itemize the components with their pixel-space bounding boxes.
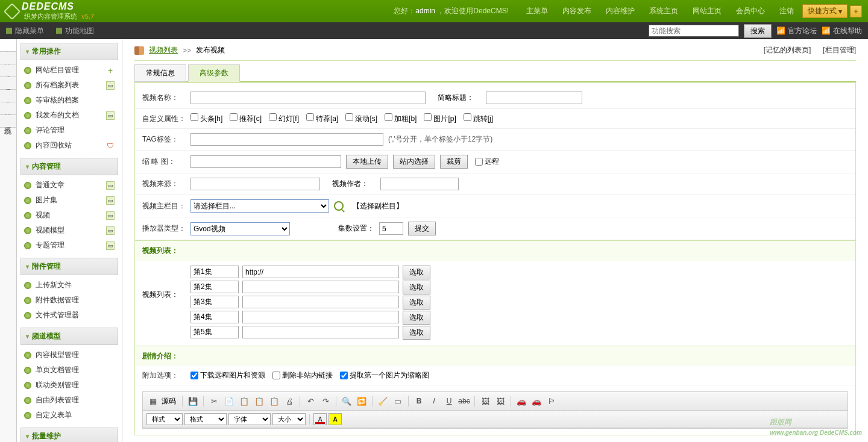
sidebar-item[interactable]: 所有档案列表▭: [20, 78, 118, 93]
episode-name-input[interactable]: [190, 296, 239, 308]
menu-group-title[interactable]: 附件管理: [20, 258, 118, 275]
sidebar-item[interactable]: 图片集▭: [20, 193, 118, 208]
function-search-input[interactable]: [649, 25, 739, 37]
vtab-module[interactable]: 模块: [0, 52, 16, 64]
bold-icon[interactable]: B: [412, 394, 426, 408]
vtab-generate[interactable]: 生成: [0, 64, 16, 77]
attr-checkbox[interactable]: [464, 113, 471, 121]
attr-checkbox[interactable]: [269, 113, 277, 121]
sidebar-item[interactable]: 上传新文件: [20, 278, 118, 293]
episode-url-input[interactable]: [242, 296, 399, 308]
sidebar-item[interactable]: 专题管理▭: [20, 238, 118, 253]
column-select[interactable]: 请选择栏目...: [190, 199, 329, 213]
nav-logout[interactable]: 注销: [773, 6, 800, 16]
select-episode-button[interactable]: 选取: [403, 266, 430, 279]
site-select-button[interactable]: 站内选择: [393, 155, 435, 169]
player-select[interactable]: Gvod视频: [190, 222, 290, 235]
thumb-input[interactable]: [190, 155, 341, 168]
menu-group-title[interactable]: 批量维护: [20, 428, 118, 442]
attr-checkbox[interactable]: [230, 113, 237, 121]
upload-local-button[interactable]: 本地上传: [346, 155, 388, 169]
select-episode-button[interactable]: 选取: [403, 311, 430, 325]
underline-icon[interactable]: U: [442, 394, 456, 408]
function-search-button[interactable]: 搜索: [744, 24, 772, 38]
format-select[interactable]: 格式: [184, 413, 227, 425]
remote-checkbox[interactable]: [475, 158, 483, 166]
column-manage-link[interactable]: [栏目管理]: [823, 45, 856, 55]
sidebar-item[interactable]: 附件数据管理: [20, 293, 118, 308]
replace-icon[interactable]: 🔁: [355, 394, 368, 408]
search-icon[interactable]: [334, 201, 344, 211]
episode-name-input[interactable]: [190, 326, 239, 338]
sidebar-item[interactable]: 内容模型管理: [20, 347, 118, 363]
link-car-icon[interactable]: 🚗: [515, 394, 528, 408]
sidebar-item[interactable]: 视频▭: [20, 208, 118, 223]
episode-name-input[interactable]: [190, 311, 239, 323]
sidebar-item[interactable]: 自由列表管理: [20, 393, 118, 408]
episode-url-input[interactable]: [242, 326, 399, 338]
font-select[interactable]: 字体: [228, 413, 271, 425]
text-color-button[interactable]: A: [313, 413, 327, 425]
sidebar-item[interactable]: 评论管理: [20, 123, 118, 138]
episode-name-input[interactable]: [190, 281, 239, 293]
sidebar-item[interactable]: 自定义表单: [20, 408, 118, 423]
menu-group-title[interactable]: 内容管理: [20, 158, 118, 175]
find-icon[interactable]: 🔍: [340, 394, 353, 408]
nav-maintain[interactable]: 内容维护: [600, 6, 641, 16]
sidebar-item[interactable]: 我发布的文档▭: [20, 108, 118, 123]
source-input[interactable]: [190, 178, 320, 190]
image-icon[interactable]: 🖼: [479, 394, 492, 408]
cut-icon[interactable]: ✂: [207, 394, 221, 408]
quick-method-button[interactable]: 快捷方式▾: [802, 4, 848, 18]
sidebar-item[interactable]: 普通文章▭: [20, 178, 118, 193]
menu-group-title[interactable]: 常用操作: [20, 43, 118, 60]
sidebar-item[interactable]: 视频模型▭: [20, 223, 118, 238]
crop-button[interactable]: 裁剪: [440, 155, 468, 169]
sidebar-item[interactable]: 单页文档管理: [20, 363, 118, 378]
print-icon[interactable]: 🖨: [283, 394, 296, 408]
episode-url-input[interactable]: [242, 311, 399, 323]
remove-format-icon[interactable]: 🧹: [376, 394, 389, 408]
episode-url-input[interactable]: [242, 266, 399, 278]
vtab-template[interactable]: 模板: [0, 102, 16, 115]
download-remote-checkbox[interactable]: [190, 372, 198, 379]
multi-image-icon[interactable]: 🖼: [494, 394, 507, 408]
redo-icon[interactable]: ↷: [319, 394, 332, 408]
style-select[interactable]: 样式: [146, 413, 183, 425]
strike-icon[interactable]: abc: [458, 394, 471, 408]
online-help-link[interactable]: 📶在线帮助: [822, 26, 862, 36]
nav-publish[interactable]: 内容发布: [556, 6, 597, 16]
sidebar-item[interactable]: 联动类别管理: [20, 378, 118, 393]
vtab-member[interactable]: 会员: [0, 90, 16, 102]
attr-checkbox[interactable]: [424, 113, 432, 121]
nav-system-home[interactable]: 系统主页: [643, 6, 684, 16]
vtab-collect[interactable]: 采集: [0, 77, 16, 90]
flag-icon[interactable]: 🏳: [545, 394, 558, 408]
undo-icon[interactable]: ↶: [304, 394, 317, 408]
select-all-icon[interactable]: ▭: [391, 394, 404, 408]
copy-icon[interactable]: 📄: [222, 394, 236, 408]
select-episode-button[interactable]: 选取: [403, 326, 430, 340]
episode-url-input[interactable]: [242, 281, 399, 293]
paste-word-icon[interactable]: 📋: [268, 394, 281, 408]
nav-site-home[interactable]: 网站主页: [687, 6, 728, 16]
sidebar-item[interactable]: 内容回收站🛡: [20, 138, 118, 153]
episodes-input[interactable]: [379, 222, 403, 235]
italic-icon[interactable]: I: [427, 394, 441, 408]
hide-menu-toggle[interactable]: 隐藏菜单: [6, 26, 44, 36]
attr-checkbox[interactable]: [306, 113, 314, 121]
add-quick-button[interactable]: +: [850, 5, 862, 17]
remove-external-checkbox[interactable]: [272, 372, 280, 379]
sub-column-link[interactable]: 【选择副栏目】: [353, 201, 403, 211]
menu-group-title[interactable]: 频道模型: [20, 328, 118, 345]
tab-normal[interactable]: 常规信息: [134, 64, 186, 82]
sidebar-item[interactable]: 文件式管理器: [20, 308, 118, 323]
sidebar-item[interactable]: 网站栏目管理+: [20, 63, 118, 78]
sidebar-item[interactable]: 等审核的档案: [20, 93, 118, 108]
attr-checkbox[interactable]: [385, 113, 392, 121]
official-forum-link[interactable]: 📶官方论坛: [776, 26, 817, 36]
vtab-system[interactable]: 系统: [0, 115, 16, 128]
vtab-core[interactable]: 核心: [0, 39, 16, 52]
attr-checkbox[interactable]: [345, 113, 353, 121]
bg-color-button[interactable]: A: [329, 413, 342, 425]
